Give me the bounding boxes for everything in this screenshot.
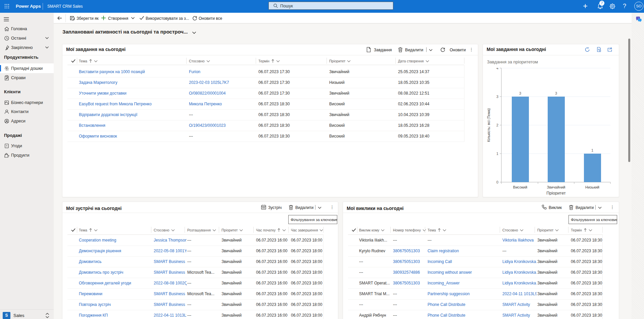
svg-text:Високий: Високий (513, 185, 527, 189)
svg-text:2: 2 (496, 123, 498, 127)
svg-text:3: 3 (519, 91, 521, 95)
svg-text:4: 4 (496, 68, 498, 70)
svg-text:3: 3 (496, 95, 498, 99)
svg-text:Кількість: всі (Тема): Кількість: всі (Тема) (487, 108, 491, 142)
svg-text:Звичайний: Звичайний (547, 185, 565, 189)
svg-text:1: 1 (591, 148, 593, 152)
svg-text:Пріоритет: Пріоритет (546, 191, 566, 195)
svg-text:1: 1 (496, 152, 498, 156)
svg-text:Низький: Низький (585, 185, 599, 189)
svg-text:3: 3 (555, 91, 557, 95)
svg-text:0: 0 (496, 180, 498, 184)
